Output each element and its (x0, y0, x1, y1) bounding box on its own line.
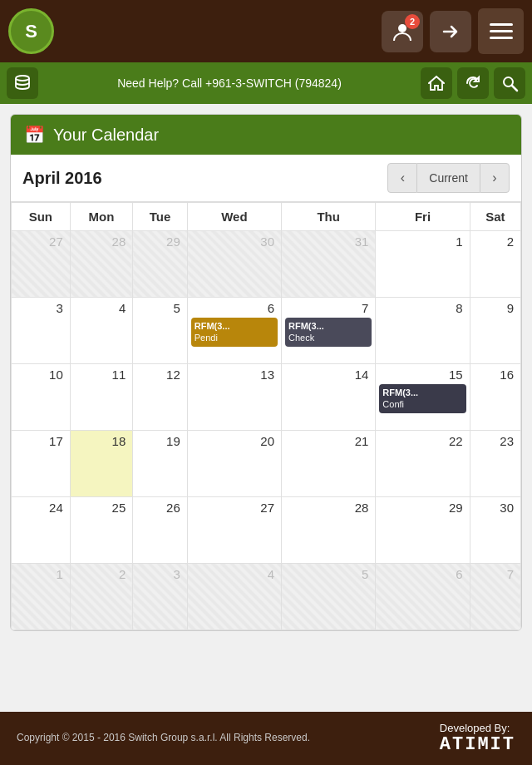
developer-credit: Developed By: ATIMIT (440, 722, 515, 755)
calendar-day-cell[interactable]: 3 (133, 564, 188, 630)
calendar-day-cell[interactable]: 13 (187, 364, 281, 431)
calendar-day-cell[interactable]: 25 (70, 497, 132, 564)
database-button[interactable] (7, 67, 38, 99)
calendar-day-cell[interactable]: 28 (70, 231, 132, 298)
day-number: 6 (191, 301, 278, 315)
day-number: 24 (15, 501, 66, 515)
nav-controls: ‹ Current › (387, 163, 510, 193)
col-mon: Mon (70, 202, 132, 231)
app-header: S 2 (0, 0, 532, 62)
calendar-event[interactable]: RFM(3...Pendi (191, 318, 278, 347)
calendar-week-row: 272829303112 (12, 231, 521, 298)
refresh-button[interactable] (457, 67, 489, 99)
brand-name: ATIMIT (440, 734, 515, 755)
calendar-day-cell[interactable]: 27 (187, 497, 281, 564)
calendar-day-cell[interactable]: 14 (282, 364, 376, 431)
calendar-day-cell[interactable]: 28 (282, 497, 376, 564)
day-number: 1 (379, 234, 466, 249)
hamburger-icon (490, 23, 513, 39)
next-month-button[interactable]: › (480, 163, 510, 193)
col-sun: Sun (12, 202, 71, 231)
calendar-day-cell[interactable]: 30 (187, 231, 281, 298)
search-button[interactable] (494, 67, 525, 99)
calendar-day-cell[interactable]: 26 (133, 497, 188, 564)
col-wed: Wed (187, 202, 281, 231)
calendar-day-cell[interactable]: 8 (376, 298, 470, 364)
day-number: 30 (474, 501, 517, 515)
calendar-day-cell[interactable]: 29 (376, 497, 470, 564)
calendar-day-cell[interactable]: 4 (187, 564, 281, 630)
day-number: 10 (15, 368, 66, 382)
calendar-day-cell[interactable]: 4 (70, 298, 132, 364)
calendar-day-cell[interactable]: 7RFM(3...Check (282, 298, 376, 364)
calendar-day-cell[interactable]: 7 (470, 564, 520, 630)
day-number: 5 (285, 567, 372, 581)
day-number: 18 (74, 434, 129, 448)
day-number: 11 (74, 368, 129, 382)
calendar-day-cell[interactable]: 31 (282, 231, 376, 298)
calendar-day-cell[interactable]: 1 (376, 231, 470, 298)
calendar-day-cell[interactable]: 27 (12, 231, 71, 298)
calendar-day-cell[interactable]: 2 (470, 231, 520, 298)
day-number: 5 (136, 301, 184, 315)
calendar-week-row: 24252627282930 (12, 497, 521, 564)
calendar-day-cell[interactable]: 5 (282, 564, 376, 630)
calendar-week-row: 1234567 (12, 564, 521, 630)
month-navigation: April 2016 ‹ Current › (11, 155, 521, 201)
calendar-icon: 📅 (24, 125, 45, 145)
day-number: 31 (285, 234, 372, 249)
menu-button[interactable] (478, 8, 524, 54)
forward-button[interactable] (430, 11, 471, 52)
calendar-day-cell[interactable]: 6RFM(3...Pendi (187, 298, 281, 364)
calendar-day-cell[interactable]: 9 (470, 298, 520, 364)
calendar-day-cell[interactable]: 6 (376, 564, 470, 630)
calendar-day-cell[interactable]: 30 (470, 497, 520, 564)
calendar-day-cell[interactable]: 24 (12, 497, 71, 564)
calendar-day-cell[interactable]: 2 (70, 564, 132, 630)
app-logo: S (8, 8, 54, 54)
day-number: 22 (379, 434, 466, 448)
day-number: 3 (136, 567, 184, 581)
notification-badge: 2 (405, 14, 420, 29)
home-button[interactable] (421, 67, 452, 99)
calendar-title-text: Your Calendar (53, 126, 159, 145)
day-number: 20 (191, 434, 278, 448)
calendar-day-cell[interactable]: 3 (12, 298, 71, 364)
day-number: 19 (136, 434, 184, 448)
notification-button[interactable]: 2 (382, 11, 423, 52)
calendar-day-cell[interactable]: 29 (133, 231, 188, 298)
logo-text: S (25, 21, 37, 42)
calendar-day-cell[interactable]: 15RFM(3...Confi (376, 364, 470, 431)
calendar-day-cell[interactable]: 16 (470, 364, 520, 431)
calendar-day-cell[interactable]: 1 (12, 564, 71, 630)
day-number: 7 (474, 567, 517, 581)
day-number: 28 (285, 501, 372, 515)
calendar-day-cell[interactable]: 11 (70, 364, 132, 431)
day-number: 30 (191, 234, 278, 249)
prev-month-button[interactable]: ‹ (387, 163, 417, 193)
calendar-day-cell[interactable]: 19 (133, 431, 188, 497)
calendar-container: 📅 Your Calendar April 2016 ‹ Current › S… (10, 114, 522, 631)
database-icon (13, 74, 32, 92)
calendar-day-cell[interactable]: 21 (282, 431, 376, 497)
day-number: 6 (379, 567, 466, 581)
calendar-day-cell[interactable]: 10 (12, 364, 71, 431)
calendar-event[interactable]: RFM(3...Confi (379, 384, 466, 413)
calendar-day-cell[interactable]: 20 (187, 431, 281, 497)
calendar-week-row: 17181920212223 (12, 431, 521, 497)
day-number: 13 (191, 368, 278, 382)
day-number: 23 (474, 434, 517, 448)
help-text: Need Help? Call +961-3-SWITCH (794824) (45, 76, 414, 90)
day-number: 21 (285, 434, 372, 448)
calendar-day-cell[interactable]: 22 (376, 431, 470, 497)
calendar-day-cell[interactable]: 12 (133, 364, 188, 431)
developed-by-label: Developed By: (440, 722, 510, 734)
calendar-day-cell[interactable]: 18 (70, 431, 132, 497)
day-number: 9 (474, 301, 517, 315)
calendar-day-cell[interactable]: 5 (133, 298, 188, 364)
calendar-day-cell[interactable]: 17 (12, 431, 71, 497)
calendar-event[interactable]: RFM(3...Check (285, 318, 372, 347)
calendar-day-cell[interactable]: 23 (470, 431, 520, 497)
current-month-button[interactable]: Current (417, 163, 480, 193)
page-footer: Copyright © 2015 - 2016 Switch Group s.a… (0, 712, 532, 765)
